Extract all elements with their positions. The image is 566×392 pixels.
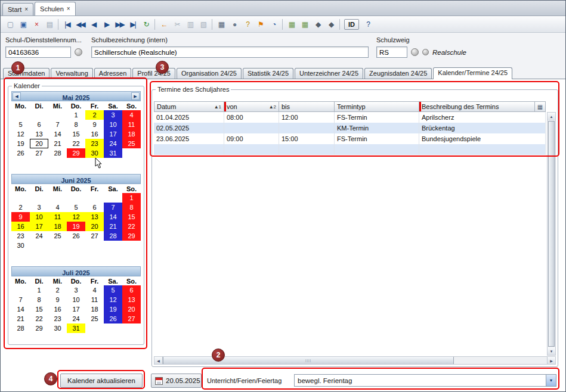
table-cell[interactable]: 15:00 — [279, 133, 335, 144]
table-row[interactable]: 01.04.202508:0012:00FS-TerminAprilscherz — [154, 112, 546, 123]
calendar-day[interactable]: 19 — [104, 304, 122, 314]
scroll-up-icon[interactable]: ▲ — [548, 113, 555, 120]
paste-icon[interactable]: ▧ — [197, 18, 209, 30]
calendar-day[interactable]: 25 — [48, 231, 67, 241]
column-header-termintyp[interactable]: Termintyp — [335, 101, 419, 112]
table-cell[interactable]: FS-Termin — [335, 133, 419, 144]
calendar-day[interactable]: 28 — [48, 148, 67, 158]
school-name-input[interactable] — [91, 46, 369, 58]
calendar-day[interactable]: 3 — [30, 203, 48, 212]
calendar-day[interactable]: 4 — [48, 203, 67, 212]
scroll-right-icon[interactable]: ▶ — [547, 357, 555, 364]
tab-verwaltung[interactable]: Verwaltung — [51, 68, 92, 79]
calendar-day[interactable]: 26 — [67, 231, 85, 241]
calendar-day[interactable]: 2 — [48, 285, 67, 295]
calendar-day[interactable]: 10 — [104, 120, 122, 129]
tab-profil-24-25[interactable]: Profil 24/25 — [132, 68, 175, 79]
calendar-day[interactable]: 16 — [48, 304, 67, 314]
calendar-day[interactable]: 17 — [67, 304, 85, 314]
close-icon[interactable]: × — [24, 7, 28, 13]
id-button[interactable]: ID — [344, 19, 359, 30]
calendar-day[interactable]: 10 — [30, 212, 48, 222]
delete-icon[interactable]: × — [30, 18, 42, 30]
calendar-day[interactable]: 24 — [30, 231, 48, 241]
table-cell[interactable]: Bundesjugendspiele — [419, 133, 546, 144]
column-header-datum[interactable]: Datum▲1 — [154, 101, 224, 112]
table-row[interactable]: 02.05.2025KM-TerminBrückentag — [154, 123, 546, 133]
calendar-day[interactable]: 3 — [104, 110, 122, 120]
calendar-day[interactable]: 18 — [85, 304, 104, 314]
calendar-day[interactable]: 6 — [122, 285, 141, 295]
calendar-day[interactable]: 31 — [67, 323, 85, 333]
school-structure-icon-2[interactable]: ▦ — [298, 18, 311, 30]
table-cell[interactable]: FS-Termin — [335, 112, 419, 123]
calendar-day[interactable]: 17 — [104, 129, 122, 139]
calendar-day[interactable]: 15 — [122, 212, 141, 222]
calendar-day[interactable]: 28 — [11, 323, 30, 333]
calendar-day[interactable]: 24 — [104, 139, 122, 148]
calendar-day[interactable]: 31 — [104, 148, 122, 158]
calendar-day[interactable]: 4 — [122, 110, 141, 120]
calendar-day[interactable]: 7 — [104, 203, 122, 212]
calendar-day[interactable]: 25 — [85, 314, 104, 323]
calendar-day[interactable]: 12 — [104, 295, 122, 304]
calendar-day[interactable]: 1 — [30, 285, 48, 295]
calendar-day[interactable]: 5 — [104, 285, 122, 295]
print-icon[interactable]: ▦ — [215, 18, 227, 30]
calendar-day[interactable]: 25 — [122, 139, 141, 148]
calendar-day[interactable]: 18 — [48, 222, 67, 231]
calendar-day[interactable]: 8 — [30, 295, 48, 304]
horizontal-scroll-thumb[interactable]: |||| — [163, 357, 454, 364]
table-cell[interactable] — [154, 144, 224, 155]
chevron-down-icon[interactable]: ▼ — [546, 375, 556, 386]
next-month-button[interactable]: ▶ — [131, 92, 140, 100]
fast-next-icon[interactable]: ▶▶ — [113, 18, 126, 30]
calendar-day[interactable]: 29 — [67, 148, 85, 158]
calendar-day[interactable]: 27 — [30, 148, 48, 158]
calendar-day[interactable]: 15 — [30, 304, 48, 314]
document-tab-start[interactable]: Start× — [2, 3, 33, 15]
calendar-day[interactable]: 21 — [11, 314, 30, 323]
calendar-day[interactable]: 12 — [11, 129, 30, 139]
vertical-scroll-thumb[interactable] — [548, 121, 555, 347]
calendar-day[interactable]: 29 — [122, 231, 141, 241]
calendar-day[interactable]: 29 — [30, 323, 48, 333]
refresh-icon[interactable]: ↻ — [140, 18, 152, 30]
calendar-day[interactable]: 22 — [67, 139, 85, 148]
table-row[interactable] — [154, 144, 546, 155]
clock-icon[interactable]: ◔ — [267, 18, 280, 30]
calendar-day[interactable]: 5 — [11, 120, 30, 129]
close-icon[interactable]: × — [67, 6, 70, 12]
calendar-day[interactable]: 16 — [11, 222, 30, 231]
calendar-day[interactable]: 14 — [104, 212, 122, 222]
calendar-day[interactable]: 13 — [122, 295, 141, 304]
calendar-day[interactable]: 19 — [11, 139, 30, 148]
cut-icon[interactable]: ✂ — [171, 18, 183, 30]
column-header-bis[interactable]: bis — [279, 101, 335, 112]
help-icon[interactable]: ? — [361, 18, 374, 30]
table-cell[interactable]: 08:00 — [224, 112, 279, 123]
save-icon[interactable]: ▣ — [17, 18, 29, 30]
calendar-day[interactable]: 6 — [85, 203, 104, 212]
calendar-day[interactable]: 11 — [122, 120, 141, 129]
discard-icon[interactable]: ▤ — [43, 18, 55, 30]
calendar-day[interactable]: 24 — [67, 314, 85, 323]
new-icon[interactable]: ▢ — [4, 18, 16, 30]
column-header-beschreibung-des-termins[interactable]: Beschreibung des Termins — [419, 101, 535, 112]
calendar-day[interactable]: 1 — [67, 110, 85, 120]
calendar-day[interactable]: 17 — [30, 222, 48, 231]
table-row[interactable]: 23.06.202509:0015:00FS-TerminBundesjugen… — [154, 133, 546, 144]
calendar-day[interactable]: 26 — [11, 148, 30, 158]
branch-sphere-icon[interactable] — [411, 48, 419, 56]
table-cell[interactable]: Aprilscherz — [419, 112, 546, 123]
calendar-day[interactable]: 13 — [85, 212, 104, 222]
calendar-day[interactable]: 27 — [85, 231, 104, 241]
tab-zeugnisdaten-24-25[interactable]: Zeugnisdaten 24/25 — [364, 68, 432, 79]
calendar-day[interactable]: 9 — [11, 212, 30, 222]
vertical-scrollbar[interactable]: ▲ ▼ — [547, 112, 556, 356]
authority-icon-1[interactable]: ◆ — [311, 18, 324, 30]
calendar-day[interactable]: 8 — [122, 203, 141, 212]
fast-prev-icon[interactable]: ◀◀ — [74, 18, 86, 30]
table-cell[interactable]: 12:00 — [279, 112, 335, 123]
scroll-left-icon[interactable]: ◀ — [154, 357, 163, 364]
